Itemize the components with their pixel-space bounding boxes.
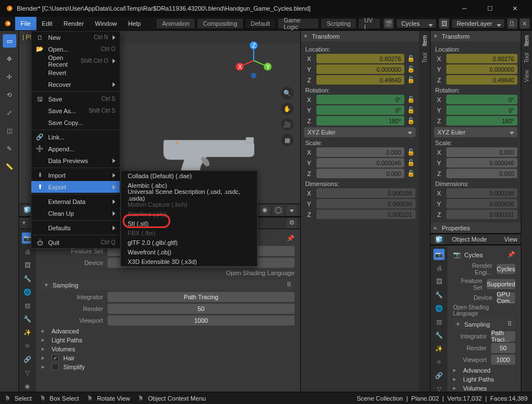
rot-z-input[interactable]: 180°	[316, 116, 404, 126]
viewlayer-tab-icon-2[interactable]: 🖼	[433, 276, 445, 287]
lightpaths-label-2[interactable]: Light Paths	[463, 376, 494, 383]
menu-render[interactable]: Render	[58, 17, 90, 30]
panel-menu-icon-2[interactable]: ⠿	[507, 321, 512, 328]
lock-icon[interactable]: 🔓	[407, 66, 416, 73]
file-open-recent[interactable]: Open RecentShift Ctrl O	[31, 55, 120, 67]
object-mode-dropdown[interactable]: Object Mode	[447, 235, 491, 244]
npanel-tab-tool[interactable]: Tool	[422, 53, 428, 63]
loc-y-input-2[interactable]: 0.000000	[446, 64, 517, 74]
hair-label[interactable]: Hair	[63, 355, 74, 361]
export-collada[interactable]: Collada (Default) (.dae)	[121, 171, 257, 180]
scale-z-input[interactable]: 0.000	[316, 169, 404, 178]
view-menu-label[interactable]: View	[504, 236, 517, 243]
disclose-icon[interactable]: ▾	[434, 32, 437, 40]
rot-z-input-2[interactable]: 180°	[446, 116, 517, 126]
volumes-label-2[interactable]: Volumes	[463, 385, 487, 392]
simplify-checkbox[interactable]	[52, 363, 59, 370]
device-value-2[interactable]: GPU Com...	[497, 292, 515, 303]
scale-x-input[interactable]: 0.000	[316, 147, 404, 157]
lock-icon[interactable]: 🔓	[407, 55, 416, 62]
tool-scale[interactable]: ⤢	[3, 106, 16, 119]
tab-gamelogic[interactable]: Game Logic	[277, 18, 319, 29]
rot-y-input[interactable]: 0°	[316, 105, 404, 115]
volumes-label[interactable]: Volumes	[52, 346, 75, 352]
file-new[interactable]: 🗋NewCtrl N	[31, 31, 120, 43]
lock-icon[interactable]: 🔓	[407, 148, 416, 156]
lock-icon[interactable]: 🔓	[407, 159, 416, 166]
advanced-label-2[interactable]: Advanced	[463, 367, 491, 374]
loc-x-input[interactable]: 0.80276	[316, 54, 404, 63]
scene-icon[interactable]: 🎬	[384, 18, 394, 29]
rot-y-input-2[interactable]: 0°	[446, 105, 517, 115]
dim-z-input-2[interactable]: 0.000101	[446, 210, 517, 219]
tab-animation[interactable]: Animation	[156, 18, 195, 29]
tool-rotate[interactable]: ⟲	[3, 88, 16, 101]
viewport-samples-value[interactable]: 1000	[108, 315, 295, 326]
maximize-button[interactable]: ☐	[477, 0, 502, 17]
disclose-icon[interactable]: ▸	[41, 354, 45, 361]
file-append[interactable]: ➕Append...	[31, 143, 120, 155]
loc-z-input-2[interactable]: 0.49840	[446, 75, 517, 85]
lock-icon[interactable]: 🔓	[407, 76, 416, 83]
perspective-icon[interactable]: ▦	[281, 134, 293, 146]
file-saveas[interactable]: Save As...Shift Ctrl S	[31, 105, 120, 117]
renderlayer-select[interactable]: RenderLayer	[451, 18, 505, 29]
menu-edit[interactable]: Edit	[36, 17, 58, 30]
npanel-tab-view-2[interactable]: View	[524, 70, 530, 82]
tab-scripting[interactable]: Scripting	[320, 18, 357, 29]
constraints-tab-icon-2[interactable]: 🔗	[433, 370, 445, 381]
blender-menu-icon[interactable]	[0, 17, 15, 30]
osl-label-2[interactable]: Open Shading Language	[453, 304, 515, 317]
camera-view-icon[interactable]: 🎥	[281, 118, 293, 131]
filter-icon[interactable]: ⚙	[287, 218, 297, 228]
tool-transform[interactable]: ◫	[3, 124, 16, 137]
world-tab-icon[interactable]: 🌐	[22, 286, 33, 298]
lock-icon[interactable]: 🔓	[407, 106, 416, 114]
render-samples-value[interactable]: 50	[108, 304, 295, 314]
data-tab-icon[interactable]: ▽	[22, 367, 33, 378]
physics-tab-icon-2[interactable]: ⚛	[433, 356, 445, 368]
world-tab-icon-2[interactable]: 🌐	[433, 303, 445, 314]
export-x3d[interactable]: X3D Extensible 3D (.x3d)	[121, 257, 257, 266]
rotation-mode-dropdown[interactable]: XYZ Euler	[304, 127, 416, 137]
file-recover[interactable]: Recover	[31, 78, 120, 90]
axis-gizmo[interactable]: X Y Z	[234, 41, 273, 80]
disclose-icon[interactable]: ▸	[41, 345, 45, 352]
object-tab-icon[interactable]: ▧	[22, 300, 33, 311]
file-revert[interactable]: Revert	[31, 67, 120, 78]
pan-icon[interactable]: ✋	[281, 103, 293, 115]
dim-y-input[interactable]: 0.000036	[316, 199, 416, 208]
file-save[interactable]: 🖫SaveCtrl S	[31, 93, 120, 105]
material-tab-icon[interactable]: ◉	[22, 380, 33, 392]
loc-x-input-2[interactable]: 0.80276	[446, 54, 517, 63]
dim-z-input[interactable]: 0.000101	[316, 210, 416, 219]
close-button[interactable]: ✕	[502, 0, 528, 17]
hair-checkbox[interactable]: ✓	[52, 354, 59, 361]
scale-y-input-2[interactable]: 0.000046	[446, 158, 517, 168]
file-quit[interactable]: ⏻QuitCtrl Q	[31, 236, 120, 248]
breadcrumb-cycles-2[interactable]: Cycles	[464, 252, 483, 258]
tab-uv[interactable]: UV I	[358, 18, 381, 29]
shading-matprev-button[interactable]: ◉	[260, 205, 270, 215]
tool-cursor[interactable]: ✥	[3, 52, 16, 66]
npanel-tab-tool-2[interactable]: Tool	[524, 53, 530, 63]
scale-x-input-2[interactable]: 0.000	[446, 147, 517, 157]
disclose-icon[interactable]: ▾	[304, 32, 307, 40]
rotation-mode-dropdown-2[interactable]: XYZ Euler	[434, 127, 517, 137]
tool-annotate[interactable]: ✎	[3, 142, 16, 155]
rot-x-input-2[interactable]: 0°	[446, 95, 517, 104]
file-datapreviews[interactable]: Data Previews	[31, 155, 120, 166]
lock-icon[interactable]: 🔓	[407, 117, 416, 124]
particles-tab-icon[interactable]: ✨	[22, 327, 33, 338]
render-samples-value-2[interactable]: 50	[491, 343, 515, 353]
tab-compositing[interactable]: Compositing	[197, 18, 243, 29]
zoom-icon[interactable]: 🔍	[281, 87, 293, 99]
editor-type-icon-2[interactable]: 🧊	[434, 234, 444, 244]
lock-icon[interactable]: 🔓	[407, 170, 416, 177]
disclose-icon[interactable]: ▾	[45, 281, 48, 289]
scale-y-input[interactable]: 0.000046	[316, 158, 404, 168]
disclose-icon[interactable]: ▸	[434, 224, 437, 231]
disclose-icon[interactable]: ▸	[41, 363, 45, 370]
export-usd[interactable]: Universal Scene Description (.usd, .usdc…	[121, 190, 257, 199]
dim-x-input-2[interactable]: 0.000198	[446, 188, 517, 198]
